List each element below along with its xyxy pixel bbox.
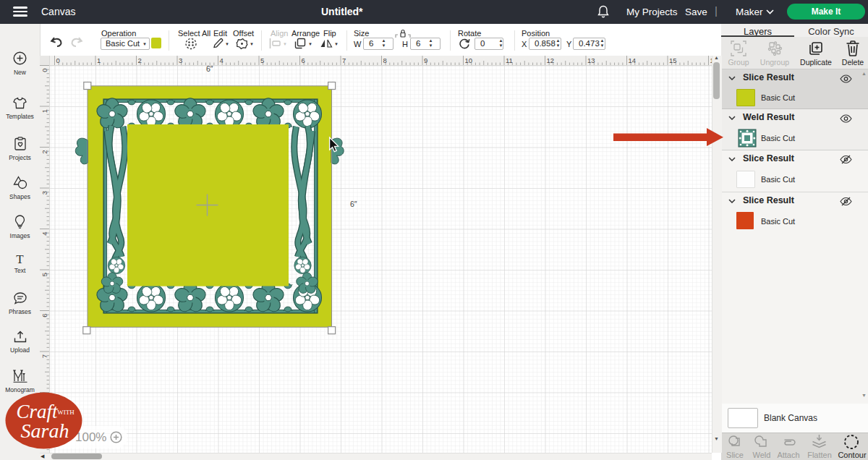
svg-text:6″: 6″ — [206, 64, 213, 73]
svg-text:Sarah: Sarah — [21, 419, 69, 442]
svg-text:WITH: WITH — [57, 409, 75, 416]
svg-text:6″: 6″ — [350, 200, 357, 208]
